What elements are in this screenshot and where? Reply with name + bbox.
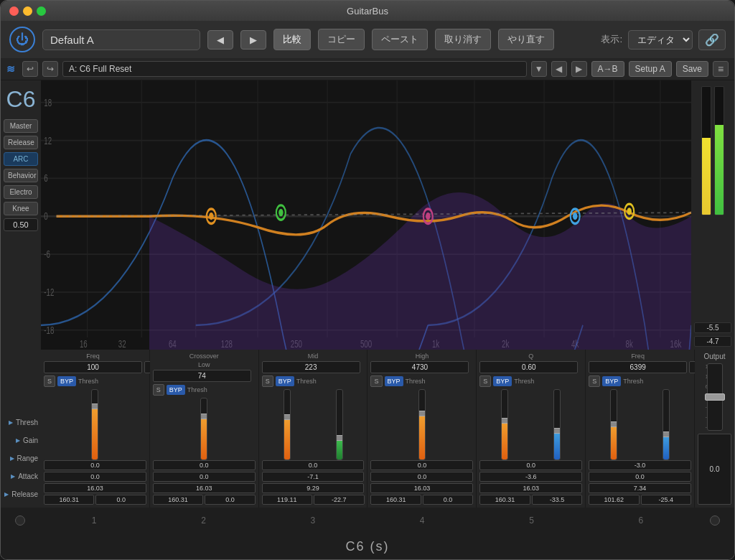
band4-s-button[interactable]: S — [370, 375, 382, 387]
display-selector[interactable]: エディタ — [628, 30, 693, 50]
undo-btn-small[interactable]: ↩ — [22, 61, 38, 77]
band5-byp-button[interactable]: BYP — [493, 376, 512, 386]
setup-button[interactable]: Setup A — [629, 61, 672, 77]
nav-left-btn[interactable]: ◀ — [551, 61, 567, 77]
band4-attack-input[interactable] — [370, 483, 473, 493]
band6-fader-blue-track[interactable] — [663, 389, 670, 460]
back-button[interactable]: ◀ — [207, 30, 233, 50]
power-button[interactable]: ⏻ — [9, 27, 35, 52]
arc-button[interactable]: ARC — [4, 152, 38, 166]
band3-fader-gain-track[interactable] — [336, 389, 343, 460]
band1-gain-input[interactable] — [44, 460, 146, 470]
paste-button[interactable]: ペースト — [372, 29, 428, 50]
band1-byp-button[interactable]: BYP — [57, 376, 76, 386]
band1-fader-track[interactable] — [91, 389, 98, 460]
band3-s-button[interactable]: S — [262, 375, 273, 387]
band4-fader-main — [370, 389, 473, 460]
gain-label: ▶ Gain — [4, 432, 38, 448]
band6-s-button[interactable]: S — [589, 375, 600, 387]
electro-button[interactable]: Electro — [4, 185, 38, 199]
band2-byp-button[interactable]: BYP — [167, 385, 185, 395]
minimize-button[interactable] — [23, 6, 32, 16]
band6-q-input[interactable] — [689, 361, 695, 373]
attack-arrow: ▶ — [11, 473, 15, 480]
band5-s-button[interactable]: S — [479, 375, 491, 387]
band4-range-input[interactable] — [370, 472, 473, 482]
undo-button[interactable]: 取り消す — [435, 29, 491, 50]
band2-release-input[interactable] — [153, 495, 203, 505]
band2-freq-input[interactable] — [153, 370, 251, 382]
band4-release-input[interactable] — [370, 495, 421, 505]
release-button[interactable]: Release — [4, 136, 38, 149]
ab-button[interactable]: A→B — [591, 61, 624, 77]
preset-selector[interactable]: Default A — [42, 29, 200, 50]
svg-point-45 — [627, 207, 631, 215]
maximize-button[interactable] — [37, 6, 46, 16]
output-value[interactable] — [698, 434, 731, 505]
band3-release-input[interactable] — [262, 495, 312, 505]
band3-byp-button[interactable]: BYP — [276, 376, 294, 386]
band-6-col: Freq Q S BYP Thresh — [586, 350, 695, 508]
band5-gain-input[interactable] — [479, 460, 582, 470]
display-label: 表示: — [601, 33, 622, 46]
dropdown-btn[interactable]: ▼ — [531, 61, 547, 77]
band4-gain-input[interactable] — [370, 460, 473, 470]
band2-release2-input[interactable] — [205, 495, 255, 505]
band3-gain-input[interactable] — [262, 460, 365, 470]
band6-fader-track[interactable] — [610, 389, 617, 460]
band1-attack-input[interactable] — [44, 483, 146, 493]
band6-freq-input[interactable] — [589, 361, 687, 373]
save-button[interactable]: Save — [676, 61, 708, 77]
menu-button[interactable]: ≡ — [713, 61, 729, 77]
band3-release2-input[interactable] — [314, 495, 364, 505]
band6-range-input[interactable] — [589, 472, 691, 482]
band6-release-input[interactable] — [589, 495, 639, 505]
band6-byp-button[interactable]: BYP — [602, 376, 621, 386]
band1-release2-input[interactable] — [95, 495, 146, 505]
band2-thresh-label: Thresh — [187, 386, 207, 393]
band1-s-button[interactable]: S — [44, 375, 55, 387]
close-button[interactable] — [9, 6, 19, 16]
behavior-button[interactable]: Behavior — [4, 169, 38, 182]
toolbar-row1: ⏻ Default A ◀ ▶ 比較 コピー ペースト 取り消す やり直す 表示… — [1, 21, 734, 58]
band5-attack-input[interactable] — [479, 483, 582, 493]
redo-button[interactable]: やり直す — [498, 29, 554, 50]
band5-release2-input[interactable] — [532, 495, 582, 505]
band4-fader-track[interactable] — [418, 389, 426, 460]
band2-fader-track[interactable] — [200, 398, 207, 460]
band2-attack-input[interactable] — [153, 483, 256, 493]
band5-release-input[interactable] — [479, 495, 530, 505]
band4-freq-input[interactable] — [370, 361, 469, 373]
band3-range-input[interactable] — [262, 472, 365, 482]
band2-gain-input[interactable] — [153, 460, 256, 470]
band6-attack-input[interactable] — [589, 483, 691, 493]
band5-range-input[interactable] — [479, 472, 582, 482]
band3-fader-track[interactable] — [284, 389, 291, 460]
output-fader-track[interactable] — [707, 363, 723, 431]
knee-button[interactable]: Knee — [4, 202, 38, 215]
band4-byp-button[interactable]: BYP — [385, 376, 403, 386]
redo-btn-small[interactable]: ↪ — [42, 61, 58, 77]
band2-s-button[interactable]: S — [153, 384, 164, 396]
forward-button[interactable]: ▶ — [240, 30, 266, 50]
band6-release2-input[interactable] — [641, 495, 691, 505]
band6-fader-area — [589, 389, 691, 460]
band1-freq-input[interactable] — [44, 361, 142, 373]
output-fader-handle[interactable] — [705, 393, 725, 401]
nav-right-btn[interactable]: ▶ — [571, 61, 587, 77]
band1-range-input[interactable] — [44, 472, 146, 482]
band5-fader-gain-track[interactable] — [553, 389, 561, 460]
band1-release-input[interactable] — [44, 495, 94, 505]
band6-header: S BYP Thresh — [589, 375, 691, 387]
compare-button[interactable]: 比較 — [273, 29, 311, 50]
band3-attack-input[interactable] — [262, 483, 365, 493]
link-button[interactable]: 🔗 — [698, 29, 726, 50]
band5-q-input[interactable] — [479, 361, 578, 373]
copy-button[interactable]: コピー — [318, 29, 365, 50]
master-button[interactable]: Master — [4, 119, 38, 133]
band6-gain-input[interactable] — [589, 460, 691, 470]
band4-release2-input[interactable] — [423, 495, 473, 505]
band2-range-input[interactable] — [153, 472, 256, 482]
band5-fader-track[interactable] — [501, 389, 508, 460]
band3-freq-input[interactable] — [262, 361, 360, 373]
